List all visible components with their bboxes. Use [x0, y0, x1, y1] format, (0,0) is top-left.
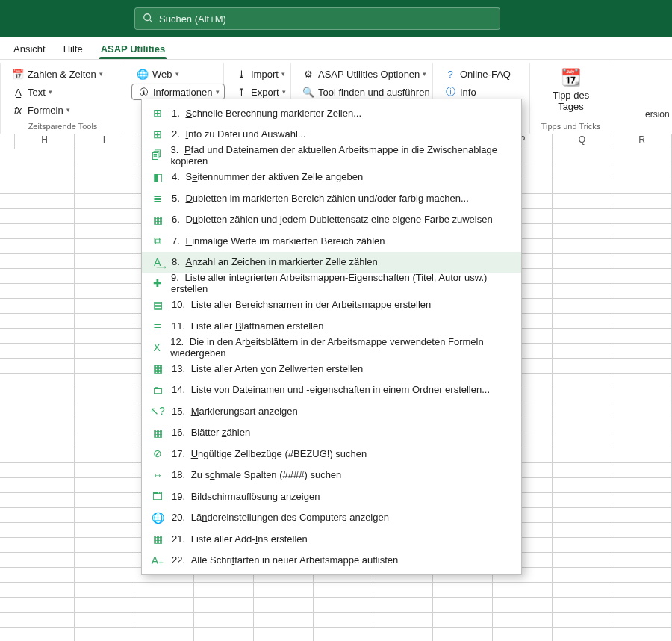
titlebar: Suchen (Alt+M) — [0, 0, 672, 37]
asap-options-label: ASAP Utilities Optionen — [318, 69, 420, 80]
import-button[interactable]: ⤓ Import ▾ — [230, 66, 290, 82]
menu-item-4[interactable]: ◧4. Seitennummer der aktiven Zelle angeb… — [142, 167, 521, 188]
search-icon: 🔍 — [302, 87, 315, 98]
zahlen-zeiten-button[interactable]: 📅 Zahlen & Zeiten ▾ — [7, 66, 108, 82]
menu-item-8[interactable]: A͢8. Anzahl an Zeichen in markierter Zel… — [142, 252, 521, 273]
formeln-button[interactable]: fx Formeln ▾ — [7, 102, 108, 118]
menu-item-icon: ▦ — [149, 426, 166, 439]
tab-ansicht[interactable]: Ansicht — [6, 39, 53, 59]
tipp-line2: Tages — [558, 101, 584, 113]
menu-item-label: 9. Liste aller integrierten Arbeitsmappe… — [171, 272, 511, 294]
menu-item-icon: ⊞ — [149, 128, 166, 141]
menu-item-5[interactable]: ≣5. Dubletten im markierten Bereich zähl… — [142, 188, 521, 209]
menu-item-20[interactable]: 🌐20. Ländereinstellungen des Computers a… — [142, 507, 521, 529]
menu-item-22[interactable]: A₊22. Alle Schriftarten in neuer Arbeits… — [142, 550, 521, 572]
ribbon-group-tipp: 📆 Tipp des Tages Tipps und Tricks — [530, 63, 612, 134]
menu-item-icon: ≣ — [149, 191, 166, 205]
menu-item-21[interactable]: ▦21. Liste aller Add-Ins erstellen — [142, 528, 521, 550]
fx-icon: fx — [11, 105, 25, 116]
col-header[interactable]: Q — [553, 134, 612, 149]
menu-item-label: 6. Dubletten zählen und jedem Dublettens… — [172, 214, 493, 225]
tool-finden-button[interactable]: 🔍 Tool finden und ausführen — [297, 84, 435, 100]
menu-item-label: 10. Liste aller Bereichsnamen in der Arb… — [172, 299, 431, 310]
calendar-icon: 📅 — [11, 69, 25, 80]
group-caption-tipps: Tipps und Tricks — [536, 120, 606, 132]
menu-item-9[interactable]: ✚9. Liste aller integrierten Arbeitsmapp… — [142, 273, 521, 294]
col-header[interactable]: R — [612, 134, 672, 149]
zahlen-label: Zahlen & Zeiten — [28, 69, 96, 80]
menu-item-12[interactable]: X12. Die in den Arbeitsblättern in der A… — [142, 337, 521, 359]
help-icon: ? — [444, 69, 457, 80]
online-faq-label: Online-FAQ — [460, 69, 511, 80]
menu-item-icon: ⊞ — [149, 106, 166, 120]
online-faq-button[interactable]: ? Online-FAQ — [439, 66, 515, 82]
formeln-label: Formeln — [28, 105, 63, 116]
web-button[interactable]: 🌐 Web ▾ — [131, 66, 225, 82]
info-button[interactable]: ⓘ Info — [439, 84, 515, 100]
group-caption-zeitsparende: Zeitsparende Tools — [7, 120, 119, 132]
search-box[interactable]: Suchen (Alt+M) — [134, 7, 500, 30]
menu-item-11[interactable]: ≣11. Liste aller Blattnamen erstellen — [142, 315, 521, 337]
import-label: Import — [251, 69, 279, 80]
export-icon: ⤒ — [234, 87, 248, 98]
menu-item-icon: ▤ — [149, 298, 166, 312]
menu-item-label: 19. Bildschirmauflösung anzeigen — [172, 491, 320, 502]
menu-item-10[interactable]: ▤10. Liste aller Bereichsnamen in der Ar… — [142, 294, 521, 316]
info-icon: ⓘ — [444, 85, 457, 99]
menu-item-icon: ✚ — [149, 276, 165, 290]
menu-item-label: 5. Dubletten im markierten Bereich zähle… — [172, 193, 469, 204]
menu-item-icon: ⧉ — [149, 234, 166, 247]
tipp-des-tages-button[interactable]: 📆 Tipp des Tages — [541, 64, 601, 117]
menu-item-3[interactable]: 🗐3. Pfad und Dateinamen der aktuellen Ar… — [142, 145, 521, 167]
menu-item-19[interactable]: 🗔19. Bildschirmauflösung anzeigen — [142, 486, 521, 507]
menu-item-2[interactable]: ⊞2. Info zu Datei und Auswahl... — [142, 124, 521, 146]
menu-item-17[interactable]: ⊘17. Ungültige Zellbezüge (#BEZUG!) such… — [142, 443, 521, 465]
menu-item-14[interactable]: 🗀14. Liste von Dateinamen und -eigenscha… — [142, 380, 521, 401]
menu-item-label: 22. Alle Schriftarten in neuer Arbeitsma… — [172, 554, 398, 566]
menu-item-icon: ↖? — [149, 404, 166, 418]
menu-item-label: 16. Blätter zählen — [172, 427, 250, 438]
asap-options-button[interactable]: ⚙ ASAP Utilities Optionen ▾ — [297, 66, 435, 82]
informationen-button[interactable]: 🛈 Informationen ▾ — [131, 84, 225, 100]
menu-item-16[interactable]: ▦16. Blätter zählen — [142, 422, 521, 444]
menu-item-label: 20. Ländereinstellungen des Computers an… — [172, 512, 389, 523]
menu-item-icon: A͢ — [149, 256, 166, 269]
menu-item-6[interactable]: ▦6. Dubletten zählen und jedem Dubletten… — [142, 209, 521, 231]
tab-hilfe[interactable]: Hilfe — [56, 39, 90, 59]
menu-item-1[interactable]: ⊞1. Schnelle Berechnung markierter Zelle… — [142, 102, 521, 124]
search-placeholder: Suchen (Alt+M) — [159, 13, 226, 25]
tipp-line1: Tipp des — [553, 90, 589, 102]
text-button[interactable]: A̲ Text ▾ — [7, 84, 108, 100]
text-label: Text — [28, 87, 46, 98]
text-icon: A̲ — [11, 87, 25, 98]
obscured-text-version: ersion — [645, 109, 672, 121]
menu-item-label: 18. Zu schmale Spalten (####) suchen — [172, 469, 341, 480]
import-icon: ⤓ — [234, 69, 248, 80]
menu-item-7[interactable]: ⧉7. Einmalige Werte im markierten Bereic… — [142, 230, 521, 252]
menu-item-icon: 🗔 — [149, 489, 166, 503]
info-label: Info — [460, 87, 476, 98]
ribbon-group-zeitsparende: 📅 Zahlen & Zeiten ▾ A̲ Text ▾ fx Formeln… — [0, 63, 125, 134]
menu-item-icon: A₊ — [149, 554, 166, 567]
col-header[interactable]: I — [75, 134, 134, 149]
menu-item-18[interactable]: ↔18. Zu schmale Spalten (####) suchen — [142, 465, 521, 486]
calendar-tip-icon: 📆 — [561, 68, 581, 87]
chevron-down-icon: ▾ — [99, 70, 103, 78]
menu-item-icon: 🗀 — [149, 383, 166, 397]
menu-item-label: 17. Ungültige Zellbezüge (#BEZUG!) suche… — [172, 448, 367, 459]
chevron-down-icon: ▾ — [175, 70, 179, 78]
col-header[interactable]: H — [15, 134, 75, 149]
globe-icon: 🌐 — [136, 69, 149, 80]
menu-item-13[interactable]: ▦13. Liste aller Arten von Zellwerten er… — [142, 358, 521, 380]
ribbon-tabbar: Ansicht Hilfe ASAP Utilities — [0, 37, 672, 60]
export-button[interactable]: ⤒ Export ▾ — [230, 84, 290, 100]
menu-item-icon: ⊘ — [149, 447, 166, 460]
chevron-down-icon: ▾ — [49, 88, 52, 96]
tab-asap-utilities[interactable]: ASAP Utilities — [93, 39, 172, 59]
web-label: Web — [152, 69, 172, 80]
menu-item-icon: ▦ — [149, 213, 166, 226]
menu-item-15[interactable]: ↖?15. Markierungsart anzeigen — [142, 400, 521, 422]
menu-item-icon: ◧ — [149, 170, 166, 184]
row-header-gutter — [0, 134, 15, 149]
menu-item-label: 15. Markierungsart anzeigen — [172, 406, 298, 417]
